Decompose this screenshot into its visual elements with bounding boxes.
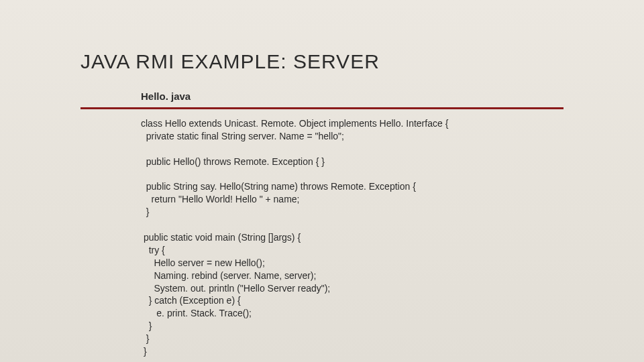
code-block: class Hello extends Unicast. Remote. Obj… (141, 117, 448, 358)
slide: JAVA RMI EXAMPLE: SERVER Hello. java cla… (0, 0, 644, 362)
divider-line (80, 107, 564, 109)
code-filename: Hello. java (141, 90, 191, 102)
slide-title: JAVA RMI EXAMPLE: SERVER (80, 50, 380, 73)
